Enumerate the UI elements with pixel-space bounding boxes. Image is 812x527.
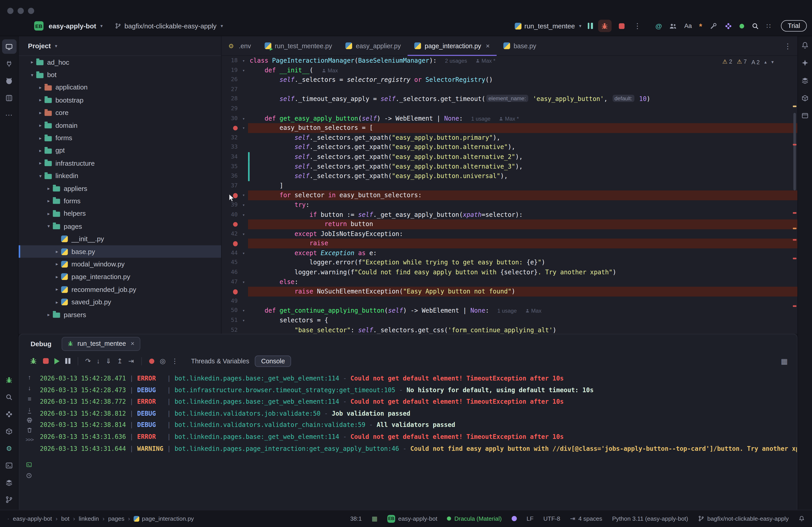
line-number[interactable]: 46 — [222, 268, 239, 277]
tree-toggle-icon[interactable]: ▸ — [53, 249, 61, 254]
fold-arrow-icon[interactable]: ▾ — [239, 56, 248, 65]
tree-toggle-icon[interactable]: ▸ — [36, 85, 45, 90]
status-indent-widget[interactable]: ⇥4 spaces — [570, 515, 602, 522]
mention-plugin-icon[interactable]: @ — [655, 22, 662, 30]
scrollbar-thumb[interactable] — [793, 113, 796, 191]
tree-toggle-icon[interactable]: ▸ — [36, 161, 45, 166]
window-minimize-icon[interactable] — [18, 7, 24, 14]
line-number[interactable]: 36 — [222, 171, 239, 181]
line-number[interactable]: 27 — [222, 85, 239, 94]
rerun-debug-icon[interactable] — [30, 357, 37, 365]
users-plugin-icon[interactable] — [669, 22, 677, 30]
database-icon[interactable] — [801, 77, 809, 84]
tree-toggle-icon[interactable]: ▸ — [44, 186, 53, 191]
debug-tool-icon[interactable] — [2, 373, 16, 387]
editor-tab-page_interaction.py[interactable]: page_interaction.py× — [408, 36, 496, 56]
fold-arrow-icon[interactable]: ▾ — [239, 316, 248, 326]
code-line-44[interactable]: 44▾ except Exception as e: — [222, 249, 798, 258]
tree-item-page_interaction.py[interactable]: ▸page_interaction.py — [19, 270, 221, 283]
breadcrumb-bot[interactable]: bot — [61, 515, 70, 522]
status-interpreter-widget[interactable]: Python 3.11 (easy-apply-bot) — [612, 515, 688, 522]
fold-arrow-icon[interactable]: ▾ — [239, 249, 248, 258]
scroll-down-icon[interactable]: ↓ — [28, 385, 31, 392]
console-log[interactable]: 2026-03-13 15:42:28.471 | ERROR | bot.li… — [40, 371, 797, 510]
settings-icon[interactable]: ⚙ — [2, 441, 16, 455]
tree-item-forms[interactable]: ▸forms — [19, 195, 221, 207]
more-actions-icon[interactable]: ∷ — [766, 22, 771, 30]
code-line-34[interactable]: 34 self._selectors.get_xpath("easy_apply… — [222, 152, 798, 162]
fold-arrow-icon[interactable]: ▾ — [239, 229, 248, 239]
git-tool-icon[interactable] — [2, 492, 16, 507]
tree-toggle-icon[interactable]: ▸ — [44, 312, 53, 317]
debug-button[interactable] — [598, 20, 611, 32]
ai-assistant-icon[interactable] — [801, 59, 809, 67]
tree-item-bootstrap[interactable]: ▸bootstrap — [19, 94, 221, 106]
tree-item-domain[interactable]: ▸domain — [19, 119, 221, 132]
line-number[interactable]: 47 — [222, 277, 239, 287]
line-number[interactable]: 19 — [222, 65, 239, 75]
tab-close-icon[interactable]: × — [486, 42, 490, 49]
status-dot-icon[interactable] — [739, 24, 744, 28]
history-icon[interactable] — [26, 472, 32, 479]
line-number[interactable]: 34 — [222, 152, 239, 162]
soft-wrap-icon[interactable]: ≡ — [28, 395, 31, 403]
tree-toggle-icon[interactable]: ▸ — [53, 287, 61, 292]
author-inlay[interactable]: Max — [321, 67, 338, 74]
tree-item-core[interactable]: ▸core — [19, 106, 221, 119]
line-number[interactable]: 32 — [222, 133, 239, 142]
tree-item-modal_window.py[interactable]: ▸modal_window.py — [19, 258, 221, 270]
line-number[interactable]: 29 — [222, 104, 239, 114]
branch-widget[interactable]: bagfix/not-clickable-easy-apply ▾ — [115, 22, 224, 30]
stop-icon[interactable] — [43, 358, 49, 364]
code-line-36[interactable]: 36 self._selectors.get_xpath("easy_apply… — [222, 171, 798, 181]
status-notifications[interactable] — [798, 515, 805, 522]
line-number[interactable]: 51 — [222, 316, 239, 326]
print-icon[interactable] — [26, 417, 33, 423]
clear-console-icon[interactable] — [26, 427, 33, 433]
tree-toggle-icon[interactable]: ▸ — [44, 198, 53, 204]
tree-item-infrastructure[interactable]: ▸infrastructure — [19, 157, 221, 169]
code-line-29[interactable]: 29 — [222, 104, 798, 114]
editor-tab-easy_applier.py[interactable]: easy_applier.py — [339, 36, 408, 56]
tree-item-ad_hoc[interactable]: ▸ad_hoc — [19, 56, 221, 69]
editor-tab-base.py[interactable]: base.py — [496, 36, 543, 56]
fold-arrow-icon[interactable]: ▾ — [239, 200, 248, 210]
force-step-into-icon[interactable]: ⇓ — [105, 357, 111, 365]
line-number[interactable]: 30 — [222, 114, 239, 123]
resume-icon[interactable] — [54, 358, 60, 364]
tab-options-icon[interactable]: ⋮ — [778, 36, 797, 56]
step-over-icon[interactable]: ↷ — [85, 357, 91, 365]
tree-item-bot[interactable]: ▾bot — [19, 69, 221, 81]
author-inlay[interactable]: Max * — [475, 58, 495, 64]
window-controls[interactable] — [7, 7, 34, 14]
breadcrumb-linkedin[interactable]: linkedin — [79, 515, 99, 522]
author-inlay[interactable]: Max — [525, 308, 541, 314]
tab-threads-variables[interactable]: Threads & Variables — [191, 357, 249, 364]
tree-toggle-icon[interactable]: ▸ — [53, 261, 61, 267]
code-line-48[interactable]: raise NoSuchElementException("Easy Apply… — [222, 287, 798, 297]
more-tools-icon[interactable]: ⋯ — [2, 108, 16, 122]
usages-inlay[interactable]: 1 usage — [471, 115, 491, 121]
tree-item-forms[interactable]: ▸forms — [19, 132, 221, 144]
fold-arrow-icon[interactable]: ▾ — [239, 114, 248, 123]
code-line-46[interactable]: 46 logger.warning(f"Could not find easy … — [222, 268, 798, 277]
database-tool-icon[interactable] — [2, 475, 16, 490]
line-number[interactable]: 44 — [222, 249, 239, 258]
run-configuration[interactable]: run_test_mentee ▾ — [514, 22, 582, 30]
tree-toggle-icon[interactable]: ▾ — [36, 173, 45, 178]
fold-arrow-icon[interactable]: ▾ — [239, 123, 248, 133]
wrench-plugin-icon[interactable] — [709, 22, 717, 30]
attached-console-icon[interactable] — [26, 462, 32, 468]
mute-breakpoints-icon[interactable] — [149, 358, 154, 364]
fold-arrow-icon[interactable]: ▾ — [239, 65, 248, 75]
breakpoint-dot[interactable] — [222, 220, 239, 229]
run-to-cursor-icon[interactable]: ⇥ — [128, 357, 134, 365]
fold-arrow-icon[interactable]: ▾ — [239, 191, 248, 200]
tree-item-base.py[interactable]: ▸base.py — [19, 245, 221, 258]
more-run-actions-icon[interactable]: ⋮ — [632, 21, 643, 30]
status-encoding[interactable]: UTF-8 — [543, 515, 560, 522]
code-line-43[interactable]: raise — [222, 239, 798, 249]
notifications-icon[interactable] — [801, 42, 809, 49]
plugins-tool-icon[interactable] — [2, 407, 16, 421]
project-tool-icon[interactable] — [2, 39, 16, 54]
